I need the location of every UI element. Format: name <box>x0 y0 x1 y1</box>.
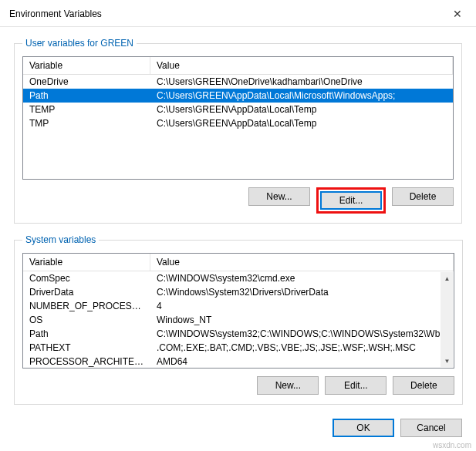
var-name: DriverData <box>23 286 150 298</box>
var-value: C:\WINDOWS\system32;C:\WINDOWS;C:\WINDOW… <box>150 328 454 340</box>
user-variables-group: User variables for GREEN Variable Value … <box>14 38 462 224</box>
var-value: C:\Users\GREEN\AppData\Local\Microsoft\W… <box>150 89 453 102</box>
user-delete-button[interactable]: Delete <box>392 187 454 206</box>
var-value: .COM;.EXE;.BAT;.CMD;.VBS;.VBE;.JS;.JSE;.… <box>150 342 454 354</box>
var-name: TEMP <box>23 103 150 116</box>
system-variables-list[interactable]: Variable Value ComSpecC:\WINDOWS\system3… <box>22 253 454 369</box>
table-row[interactable]: TEMPC:\Users\GREEN\AppData\Local\Temp <box>23 103 453 116</box>
var-name: OneDrive <box>23 76 150 88</box>
col-value[interactable]: Value <box>150 254 454 271</box>
list-header: Variable Value <box>23 254 454 271</box>
table-row[interactable]: PathC:\Users\GREEN\AppData\Local\Microso… <box>23 89 453 103</box>
dialog-content: User variables for GREEN Variable Value … <box>0 27 476 445</box>
table-row[interactable]: PathC:\WINDOWS\system32;C:\WINDOWS;C:\WI… <box>23 327 454 341</box>
cancel-button[interactable]: Cancel <box>400 419 462 437</box>
system-buttons-row: New... Edit... Delete <box>22 376 454 395</box>
var-name: PATHEXT <box>23 342 150 354</box>
var-value: AMD64 <box>150 355 454 367</box>
var-name: PROCESSOR_ARCHITECTURE <box>23 355 150 367</box>
table-row[interactable]: ComSpecC:\WINDOWS\system32\cmd.exe <box>23 271 454 285</box>
system-variables-group: System variables Variable Value ComSpecC… <box>14 234 463 405</box>
table-row[interactable]: TMPC:\Users\GREEN\AppData\Local\Temp <box>23 116 453 130</box>
ok-button[interactable]: OK <box>333 419 394 437</box>
table-row[interactable]: PROCESSOR_ARCHITECTUREAMD64 <box>23 355 454 367</box>
system-new-button[interactable]: New... <box>257 376 319 395</box>
var-name: Path <box>23 328 150 340</box>
system-group-legend: System variables <box>22 234 99 245</box>
user-buttons-row: New... Edit... Delete <box>22 187 454 214</box>
table-row[interactable]: NUMBER_OF_PROCESSORS4 <box>23 299 454 313</box>
scroll-down-icon[interactable]: ▼ <box>441 355 453 367</box>
var-name: Path <box>23 89 150 102</box>
var-value: C:\Users\GREEN\OneDrive\kadhambari\OneDr… <box>150 76 453 88</box>
var-value: C:\Windows\System32\Drivers\DriverData <box>150 286 454 298</box>
table-row[interactable]: DriverDataC:\Windows\System32\Drivers\Dr… <box>23 285 454 299</box>
user-variables-list[interactable]: Variable Value OneDriveC:\Users\GREEN\On… <box>22 56 454 180</box>
system-edit-button[interactable]: Edit... <box>325 376 387 395</box>
var-value: C:\Users\GREEN\AppData\Local\Temp <box>150 117 453 130</box>
table-row[interactable]: OSWindows_NT <box>23 313 454 327</box>
var-value: Windows_NT <box>150 314 454 326</box>
var-name: ComSpec <box>23 272 150 284</box>
user-new-button[interactable]: New... <box>248 187 310 206</box>
dialog-buttons: OK Cancel <box>14 416 462 437</box>
var-name: OS <box>23 314 150 326</box>
table-row[interactable]: PATHEXT.COM;.EXE;.BAT;.CMD;.VBS;.VBE;.JS… <box>23 341 454 355</box>
watermark: wsxdn.com <box>433 441 471 449</box>
user-edit-button[interactable]: Edit... <box>320 191 382 210</box>
titlebar: Environment Variables ✕ <box>0 0 476 27</box>
var-name: TMP <box>23 117 150 130</box>
scroll-track[interactable] <box>441 284 453 355</box>
user-group-legend: User variables for GREEN <box>22 38 137 49</box>
system-delete-button[interactable]: Delete <box>393 376 454 395</box>
col-variable[interactable]: Variable <box>23 254 150 271</box>
var-value: C:\Users\GREEN\AppData\Local\Temp <box>150 103 453 116</box>
col-variable[interactable]: Variable <box>23 57 150 74</box>
close-icon[interactable]: ✕ <box>448 6 467 22</box>
scroll-up-icon[interactable]: ▲ <box>441 272 453 284</box>
edit-highlight: Edit... <box>316 187 386 214</box>
var-name: NUMBER_OF_PROCESSORS <box>23 300 150 312</box>
var-value: C:\WINDOWS\system32\cmd.exe <box>150 272 454 284</box>
table-row[interactable]: OneDriveC:\Users\GREEN\OneDrive\kadhamba… <box>23 75 453 89</box>
list-header: Variable Value <box>23 57 453 75</box>
scrollbar[interactable]: ▲ ▼ <box>441 272 453 367</box>
var-value: 4 <box>150 300 454 312</box>
col-value[interactable]: Value <box>150 57 453 74</box>
window-title: Environment Variables <box>9 8 102 19</box>
